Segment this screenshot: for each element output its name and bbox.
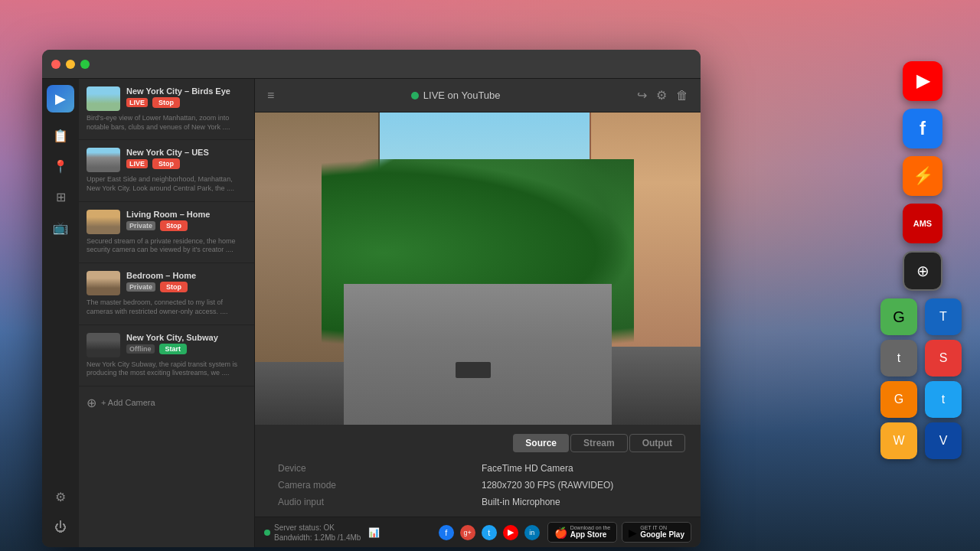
camera-thumb-1 (87, 148, 120, 172)
live-indicator: LIVE on YouTube (283, 90, 628, 101)
dock-mini-3[interactable]: t (880, 340, 917, 377)
camera-name-4: New York City, Subway (126, 333, 247, 342)
appstore-text: Download on the App Store (570, 525, 611, 540)
close-button[interactable] (51, 60, 60, 69)
bandwidth-details-icon[interactable]: 📊 (368, 527, 380, 538)
live-label: LIVE on YouTube (423, 90, 501, 101)
tab-source[interactable]: Source (513, 434, 569, 452)
appstore-badge[interactable]: 🍎 Download on the App Store (547, 522, 618, 543)
status-badge-0: LIVE (126, 98, 148, 107)
settings-button-icon[interactable]: ⚙ (656, 88, 667, 103)
social-icons: f g+ t ▶ in (439, 525, 540, 540)
add-icon: ⊕ (87, 396, 96, 410)
server-status-text: Server status: OK Bandwidth: 1.2Mb /1.4M… (274, 523, 361, 543)
monitor-icon: 📺 (53, 220, 68, 235)
social-googleplus-icon[interactable]: g+ (460, 525, 475, 540)
camera-name-3: Bedroom – Home (126, 271, 247, 280)
camera-info-1: New York City – UES LIVE Stop (126, 148, 247, 169)
status-badge-2: Private (126, 221, 155, 230)
scene-car (456, 362, 492, 377)
dock-youtube-icon[interactable]: ▶ (903, 61, 942, 101)
camera-header-3: Bedroom – Home Private Stop (87, 271, 247, 295)
share-icon[interactable]: ↪ (637, 88, 647, 103)
camera-desc-4: New York City Subway, the rapid transit … (87, 360, 247, 378)
power-icon: ⏻ (54, 520, 67, 534)
camera-thumb-4 (87, 333, 120, 357)
camera-item-0[interactable]: New York City – Birds Eye LIVE Stop Bird… (79, 79, 254, 140)
camera-desc-3: The master bedroom, connected to my list… (87, 298, 247, 316)
dock-mini-8[interactable]: V (925, 422, 962, 459)
dock-mini-6[interactable]: t (925, 381, 962, 418)
googleplay-sub: GET IT ON (640, 525, 684, 530)
status-line2: Bandwidth: 1.2Mb /1.4Mb (274, 533, 361, 543)
camera-status-row-3: Private Stop (126, 282, 247, 292)
camera-status-row-4: Offline Start (126, 344, 247, 354)
app-logo[interactable]: ▶ (47, 85, 74, 112)
stop-button-3[interactable]: Stop (160, 282, 188, 292)
camera-header-1: New York City – UES LIVE Stop (87, 148, 247, 172)
dock-mini-group: G T t S G t W V (880, 298, 965, 459)
add-camera-button[interactable]: ⊕ + Add Camera (79, 386, 254, 419)
mini-icon-8: V (939, 434, 948, 448)
stop-button-2[interactable]: Stop (160, 220, 188, 231)
bottom-area: Source Stream Output Device FaceTime HD … (255, 425, 701, 517)
social-linkedin-icon[interactable]: in (524, 525, 540, 540)
camera-mode-value: 980x551 30 FPS (RAWVIDEO) (482, 480, 685, 491)
scene-road (344, 284, 611, 425)
target-icon: ⊕ (916, 262, 929, 280)
delete-icon[interactable]: 🗑 (676, 89, 688, 103)
stop-button-0[interactable]: Stop (152, 97, 180, 108)
camera-header-2: Living Room – Home Private Stop (87, 210, 247, 234)
settings-icon: ⚙ (55, 490, 66, 504)
dock-facebook-icon[interactable]: f (903, 109, 942, 148)
mini-icon-4: S (939, 351, 948, 365)
social-twitter-icon[interactable]: t (482, 525, 497, 540)
traffic-lights (51, 60, 90, 69)
appstore-name: App Store (570, 530, 611, 540)
dock-nimble-icon[interactable]: ⚡ (903, 156, 942, 196)
camera-header-0: New York City – Birds Eye LIVE Stop (87, 86, 247, 111)
camera-thumb-3 (87, 271, 120, 295)
dock-mini-2[interactable]: T (925, 298, 962, 335)
tab-output[interactable]: Output (629, 434, 685, 452)
camera-list-panel: New York City – Birds Eye LIVE Stop Bird… (79, 79, 255, 547)
sidebar-item-monitor[interactable]: 📺 (47, 214, 74, 241)
camera-status-row-1: LIVE Stop (126, 158, 247, 169)
mini-icon-7: W (893, 434, 904, 448)
right-dock: ▶ f ⚡ AMS ⊕ G T t S G t W V (880, 61, 965, 459)
dock-ams-icon[interactable]: AMS (903, 204, 942, 243)
camera-item-2[interactable]: Living Room – Home Private Stop Secured … (79, 202, 254, 263)
add-camera-label: + Add Camera (101, 398, 155, 407)
camera-thumb-2 (87, 210, 120, 234)
googleplay-badge[interactable]: ▶ GET IT ON Google Play (622, 522, 691, 543)
maximize-button[interactable] (80, 60, 90, 69)
dock-mini-7[interactable]: W (880, 422, 917, 459)
grid-icon: ⊞ (56, 190, 66, 204)
dock-sniper5-icon[interactable]: ⊕ (903, 251, 942, 291)
tab-stream[interactable]: Stream (570, 434, 628, 452)
social-facebook-icon[interactable]: f (439, 525, 454, 540)
app-logo-icon: ▶ (55, 90, 66, 107)
sidebar-item-grid[interactable]: ⊞ (47, 183, 74, 210)
minimize-button[interactable] (66, 60, 75, 69)
dock-mini-1[interactable]: G (880, 298, 917, 335)
stop-button-1[interactable]: Stop (152, 158, 180, 169)
dock-mini-5[interactable]: G (880, 381, 917, 418)
sidebar-item-power[interactable]: ⏻ (47, 514, 74, 541)
camera-name-0: New York City – Birds Eye (126, 86, 247, 96)
device-info-grid: Device FaceTime HD Camera Camera mode 12… (270, 463, 685, 507)
hamburger-menu-icon[interactable]: ≡ (267, 89, 274, 103)
camera-item-4[interactable]: New York City, Subway Offline Start New … (79, 325, 254, 386)
camera-name-1: New York City – UES (126, 148, 247, 157)
camera-thumb-0 (87, 86, 120, 111)
facebook-icon: f (920, 118, 926, 139)
sidebar-item-cameras[interactable]: 📋 (47, 122, 74, 149)
location-icon: 📍 (53, 159, 68, 174)
start-button-4[interactable]: Start (159, 344, 188, 354)
social-youtube-icon[interactable]: ▶ (503, 525, 518, 540)
sidebar-item-location[interactable]: 📍 (47, 152, 74, 180)
camera-item-3[interactable]: Bedroom – Home Private Stop The master b… (79, 263, 254, 324)
camera-item-1[interactable]: New York City – UES LIVE Stop Upper East… (79, 140, 254, 201)
sidebar-item-settings[interactable]: ⚙ (47, 483, 74, 510)
dock-mini-4[interactable]: S (925, 340, 962, 377)
